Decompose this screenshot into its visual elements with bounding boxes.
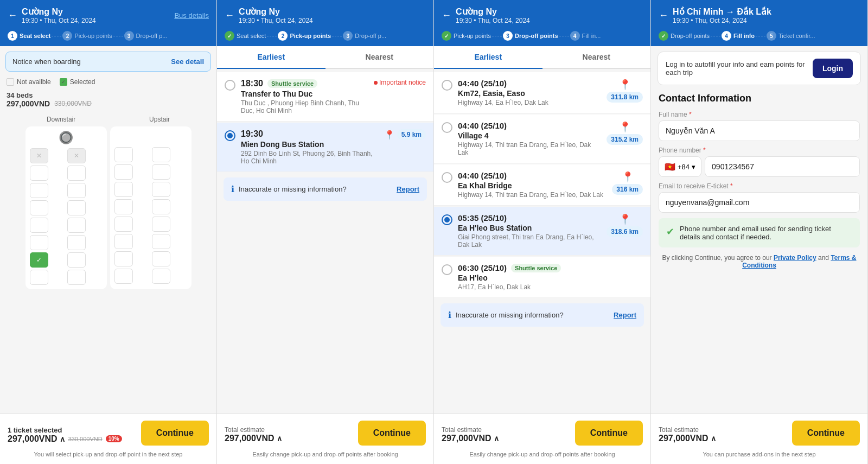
back-arrow-icon-3[interactable]: ← bbox=[442, 10, 451, 21]
step2-pickup-label: Pick-up points bbox=[290, 33, 331, 39]
seat-u16[interactable] bbox=[152, 269, 170, 284]
panel4-footer: Total estimate 297,000VND ∧ Continue You… bbox=[651, 414, 867, 464]
bus-details-link[interactable]: Bus details bbox=[174, 11, 209, 20]
pickup-item-1930[interactable]: 19:30 Mien Dong Bus Station 292 Dinh Bo … bbox=[217, 123, 433, 172]
seat-d12[interactable] bbox=[67, 235, 86, 250]
radio-1930[interactable] bbox=[225, 130, 235, 141]
panel4-footer-note: You can purchase add-ons in the next ste… bbox=[659, 451, 860, 457]
radio-eahleo-shuttle[interactable] bbox=[442, 264, 452, 275]
email-input[interactable] bbox=[659, 192, 860, 213]
dropoff-item-village4[interactable]: 04:40 (25/10) Village 4 Highway 14, Thi … bbox=[434, 115, 650, 163]
seat-d16[interactable] bbox=[67, 270, 86, 285]
seat-d6[interactable] bbox=[67, 183, 86, 198]
seat-d2[interactable]: ✕ bbox=[67, 148, 86, 163]
seat-u2[interactable] bbox=[152, 147, 170, 162]
info-icon-3: ℹ bbox=[448, 310, 451, 320]
important-notice-1830[interactable]: Important notice bbox=[374, 79, 426, 86]
seat-u8[interactable] bbox=[152, 199, 170, 214]
seat-u15[interactable] bbox=[114, 269, 133, 284]
seat-d3[interactable] bbox=[30, 166, 48, 181]
continue-button[interactable]: Continue bbox=[141, 421, 209, 446]
green-check-icon: ✔ bbox=[666, 226, 674, 238]
seat-u11[interactable] bbox=[114, 234, 133, 249]
radio-km72[interactable] bbox=[442, 80, 452, 91]
report-link-2[interactable]: Report bbox=[397, 185, 419, 193]
radio-eakhal[interactable] bbox=[442, 172, 452, 183]
tab-earliest-3[interactable]: Earliest bbox=[434, 46, 542, 69]
panel4-header: ← Hồ Chí Minh → Đắk Lắk 19:30 • Thu, Oct… bbox=[651, 0, 867, 46]
radio-village4[interactable] bbox=[442, 122, 452, 133]
seat-d1[interactable]: ✕ bbox=[30, 148, 48, 163]
private-policy-link[interactable]: Private Policy bbox=[774, 254, 816, 262]
policy-text: By clicking Continue, you agree to our P… bbox=[659, 254, 860, 269]
see-detail-link[interactable]: See detail bbox=[171, 58, 204, 66]
panel2-footer: Total estimate 297,000VND ∧ Continue Eas… bbox=[217, 414, 433, 464]
panel1-subtitle: 19:30 • Thu, Oct 24, 2024 bbox=[22, 17, 170, 24]
panel-fill-info: ← Hồ Chí Minh → Đắk Lắk 19:30 • Thu, Oct… bbox=[651, 0, 868, 464]
dropoff-item-eakhal[interactable]: 04:40 (25/10) Ea Khal Bridge Highway 14,… bbox=[434, 164, 650, 206]
phone-label: Phone number * bbox=[659, 147, 860, 154]
panel-seat-select: ← Cường Ny 19:30 • Thu, Oct 24, 2024 Bus… bbox=[0, 0, 217, 464]
seat-u5[interactable] bbox=[114, 182, 133, 197]
panel-pickup: ← Cường Ny 19:30 • Thu, Oct 24, 2024 ✓ S… bbox=[217, 0, 434, 464]
seat-u13[interactable] bbox=[114, 251, 133, 266]
panel4-continue-btn[interactable]: Continue bbox=[792, 421, 860, 446]
tab-nearest-2[interactable]: Nearest bbox=[326, 46, 434, 69]
dropoff-item-km72[interactable]: 04:40 (25/10) Km72, Easia, Easo Highway … bbox=[434, 72, 650, 113]
login-button[interactable]: Login bbox=[813, 59, 853, 78]
seat-u6[interactable] bbox=[152, 182, 170, 197]
full-name-group: Full name * bbox=[659, 111, 860, 141]
seat-d7[interactable] bbox=[30, 200, 48, 215]
dropoff-item-eahleo-station[interactable]: 05:35 (25/10) Ea H'leo Bus Station Giai … bbox=[434, 207, 650, 256]
seat-u12[interactable] bbox=[152, 234, 170, 249]
seat-d10[interactable] bbox=[67, 218, 86, 233]
back-arrow-icon-4[interactable]: ← bbox=[659, 10, 668, 21]
price-expand-icon[interactable]: ∧ bbox=[60, 435, 65, 443]
seat-d11[interactable] bbox=[30, 235, 48, 250]
panel3-tabs: Earliest Nearest bbox=[434, 46, 650, 69]
tab-earliest-2[interactable]: Earliest bbox=[217, 46, 326, 69]
full-name-input[interactable] bbox=[659, 120, 860, 141]
dropoff-name-eahleo: Ea H'leo Bus Station bbox=[458, 224, 601, 232]
dropoff-time-eakhal: 04:40 (25/10) bbox=[458, 171, 607, 180]
seat-u10[interactable] bbox=[152, 217, 170, 232]
dropoff-item-eahleo-shuttle[interactable]: 06:30 (25/10) Shuttle service Ea H'leo A… bbox=[434, 257, 650, 298]
policy-and: and bbox=[818, 254, 829, 262]
step2-seat-label: Seat select bbox=[237, 33, 266, 39]
tab-nearest-3[interactable]: Nearest bbox=[542, 46, 651, 69]
phone-prefix-selector[interactable]: 🇻🇳 +84 ▾ bbox=[659, 156, 701, 177]
seat-u14[interactable] bbox=[152, 251, 170, 266]
seat-u3[interactable] bbox=[114, 164, 133, 180]
radio-1830[interactable] bbox=[225, 80, 235, 91]
panel2-continue-btn[interactable]: Continue bbox=[358, 421, 426, 446]
discount-badge: 10% bbox=[106, 435, 122, 442]
radio-eahleo[interactable] bbox=[442, 214, 452, 225]
seat-d14[interactable] bbox=[67, 252, 86, 268]
seat-u4[interactable] bbox=[152, 164, 170, 180]
seat-d15[interactable] bbox=[30, 270, 48, 285]
prefix-chevron-icon: ▾ bbox=[692, 163, 695, 171]
seat-u9[interactable] bbox=[114, 217, 133, 232]
panel4-price-expand[interactable]: ∧ bbox=[711, 434, 716, 443]
panel2-price-expand[interactable]: ∧ bbox=[277, 434, 282, 443]
report-link-3[interactable]: Report bbox=[614, 311, 636, 319]
seat-d9[interactable] bbox=[30, 218, 48, 233]
seat-d8[interactable] bbox=[67, 200, 86, 215]
phone-required: * bbox=[703, 147, 706, 154]
panel3-continue-btn[interactable]: Continue bbox=[575, 421, 643, 446]
seat-u7[interactable] bbox=[114, 199, 133, 214]
login-bar: Log in to autofill your info and earn po… bbox=[658, 52, 861, 85]
seat-u1[interactable] bbox=[114, 147, 133, 162]
back-arrow-icon-2[interactable]: ← bbox=[225, 10, 234, 21]
downstair-label: Downstair bbox=[47, 116, 75, 123]
location-icon-eahleo: 📍 bbox=[619, 213, 631, 225]
upstair-label: Upstair bbox=[149, 116, 170, 123]
seat-d5[interactable] bbox=[30, 183, 48, 198]
pickup-item-1830[interactable]: 18:30 Shuttle service Transfer to Thu Du… bbox=[217, 72, 433, 122]
back-arrow-icon[interactable]: ← bbox=[8, 10, 17, 21]
phone-input[interactable] bbox=[705, 156, 860, 177]
radio-inner-1930 bbox=[227, 133, 233, 138]
panel3-price-expand[interactable]: ∧ bbox=[494, 434, 499, 443]
seat-d13-selected[interactable]: ✓ bbox=[30, 252, 48, 268]
seat-d4[interactable] bbox=[67, 166, 86, 181]
